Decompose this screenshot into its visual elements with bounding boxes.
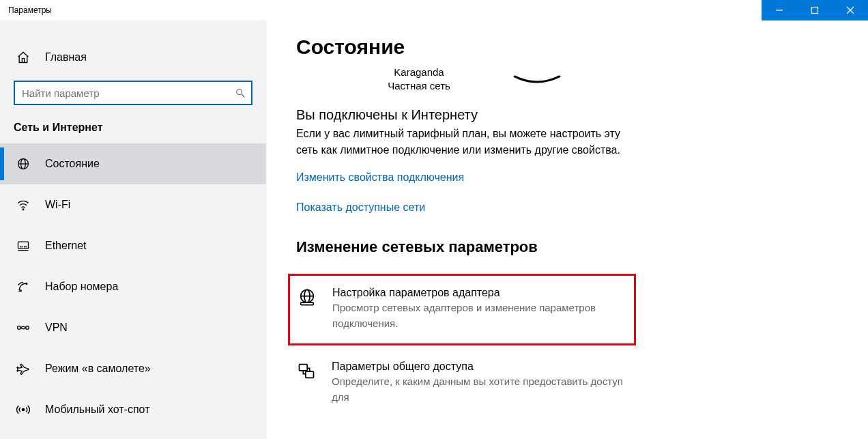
content-area: Состояние Karaganda Частная сеть Вы подк… (266, 20, 868, 439)
titlebar: Параметры (0, 0, 868, 20)
nav-item-label: Набор номера (45, 281, 118, 293)
svg-point-17 (18, 326, 21, 330)
page-title: Состояние (296, 36, 868, 59)
nav-item-label: VPN (45, 322, 68, 334)
svg-rect-25 (306, 371, 314, 378)
decoration-glyph (513, 75, 561, 86)
nav-item-label: Состояние (45, 158, 100, 170)
nav-airplane[interactable]: Режим «в самолете» (0, 348, 266, 389)
hotspot-icon (16, 403, 30, 416)
nav-wifi[interactable]: Wi-Fi (0, 184, 266, 225)
svg-rect-10 (18, 242, 29, 249)
window-title: Параметры (0, 5, 762, 15)
section-heading: Изменение сетевых параметров (296, 238, 868, 256)
svg-point-4 (237, 89, 242, 95)
minimize-button[interactable] (762, 0, 797, 20)
option-title: Параметры общего доступа (332, 360, 641, 373)
option-adapter-settings[interactable]: Настройка параметров адаптера Просмотр с… (288, 274, 636, 345)
sidebar: Главная Сеть и Интернет Состояние Wi-Fi (0, 20, 266, 439)
close-button[interactable] (833, 0, 868, 20)
airplane-icon (16, 362, 30, 376)
network-type: Частная сеть (330, 79, 508, 93)
svg-rect-24 (300, 365, 308, 371)
link-change-properties[interactable]: Изменить свойства подключения (296, 171, 868, 184)
wifi-icon (16, 198, 30, 212)
svg-point-9 (23, 209, 24, 210)
maximize-button[interactable] (797, 0, 833, 20)
nav-item-label: Wi-Fi (45, 199, 70, 211)
adapter-settings-icon (297, 287, 317, 331)
option-desc: Определите, к каким данным вы хотите пре… (332, 374, 641, 405)
vpn-icon (16, 321, 30, 335)
globe-icon (16, 157, 30, 171)
nav-hotspot[interactable]: Мобильный хот-спот (0, 389, 266, 430)
nav-item-label: Мобильный хот-спот (45, 403, 149, 416)
network-name: Karaganda (330, 66, 508, 79)
svg-point-19 (22, 408, 24, 410)
search-icon (235, 87, 246, 98)
option-desc: Просмотр сетевых адаптеров и изменение п… (332, 300, 626, 331)
search-box[interactable] (14, 81, 252, 105)
home-label: Главная (45, 51, 87, 63)
link-show-networks[interactable]: Показать доступные сети (296, 201, 868, 214)
status-desc: Если у вас лимитный тарифный план, вы мо… (296, 126, 644, 160)
nav-vpn[interactable]: VPN (0, 307, 266, 348)
option-title: Настройка параметров адаптера (332, 287, 626, 299)
svg-line-5 (242, 94, 244, 97)
svg-point-18 (26, 326, 29, 330)
nav-item-label: Ethernet (45, 240, 86, 252)
network-label-block: Karaganda Частная сеть (330, 66, 508, 94)
svg-rect-23 (301, 302, 314, 305)
home-icon (16, 51, 30, 64)
sharing-settings-icon (296, 360, 317, 405)
nav-item-label: Режим «в самолете» (45, 363, 151, 375)
nav-ethernet[interactable]: Ethernet (0, 225, 266, 266)
svg-point-16 (26, 283, 27, 285)
dialup-icon (16, 280, 30, 294)
home-link[interactable]: Главная (0, 41, 266, 74)
nav-dialup[interactable]: Набор номера (0, 266, 266, 307)
status-heading: Вы подключены к Интернету (296, 107, 868, 123)
ethernet-icon (16, 239, 30, 253)
nav-status[interactable]: Состояние (0, 143, 266, 184)
window-controls (762, 0, 868, 20)
category-header: Сеть и Интернет (0, 120, 266, 143)
svg-rect-1 (812, 8, 818, 14)
search-input[interactable] (20, 86, 235, 100)
option-sharing-settings[interactable]: Параметры общего доступа Определите, к к… (296, 356, 644, 410)
